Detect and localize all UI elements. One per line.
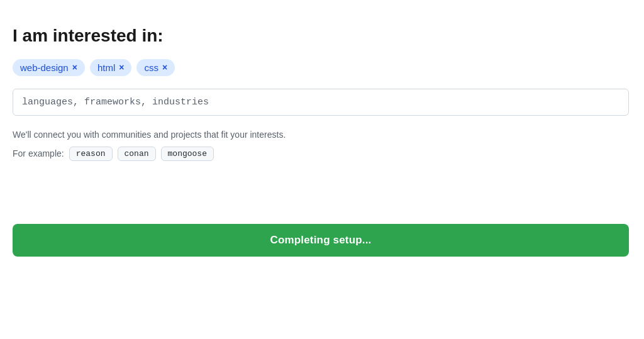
spacer bbox=[13, 174, 629, 211]
tag-label-web-design: web-design bbox=[20, 62, 69, 73]
helper-text-block: We'll connect you with communities and p… bbox=[13, 128, 629, 161]
tag-remove-css[interactable]: × bbox=[162, 63, 167, 72]
examples-row: For example: reasonconanmongoose bbox=[13, 147, 629, 161]
tags-row: web-design×html×css× bbox=[13, 59, 629, 76]
search-input-container bbox=[13, 89, 629, 116]
tag-chip-html: html× bbox=[90, 59, 132, 76]
examples-label: For example: bbox=[13, 148, 64, 158]
example-chip-conan[interactable]: conan bbox=[118, 147, 156, 161]
main-container: I am interested in: web-design×html×css×… bbox=[13, 25, 629, 257]
helper-text: We'll connect you with communities and p… bbox=[13, 128, 629, 142]
tag-chip-web-design: web-design× bbox=[13, 59, 85, 76]
example-chip-mongoose[interactable]: mongoose bbox=[161, 147, 214, 161]
tag-remove-html[interactable]: × bbox=[119, 63, 124, 72]
page-title: I am interested in: bbox=[13, 25, 629, 47]
search-input[interactable] bbox=[13, 89, 629, 116]
tag-remove-web-design[interactable]: × bbox=[72, 63, 77, 72]
tag-chip-css: css× bbox=[136, 59, 175, 76]
completing-setup-button[interactable]: Completing setup... bbox=[13, 224, 629, 257]
tag-label-css: css bbox=[144, 62, 158, 73]
example-chip-reason[interactable]: reason bbox=[69, 147, 113, 161]
tag-label-html: html bbox=[97, 62, 115, 73]
